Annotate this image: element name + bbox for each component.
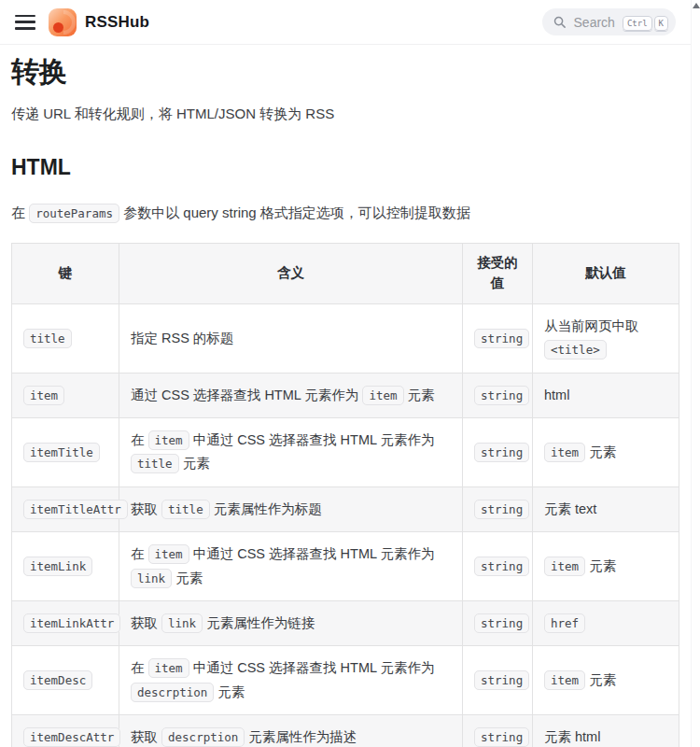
param-key-cell: itemLinkAttr [12,600,119,645]
inline-code: title [161,500,210,519]
table-row: itemDescAttr获取 descrption 元素属性作为描述string… [12,715,679,747]
table-row: item通过 CSS 选择器查找 HTML 元素作为 item 元素string… [12,373,679,417]
section-intro: 在 routeParams 参数中以 query string 格式指定选项，可… [11,202,679,224]
scroll-up-icon[interactable] [693,3,700,8]
table-row: title指定 RSS 的标题string从当前网页中取 <title> [12,303,679,373]
param-default-cell: href [533,600,679,645]
inline-code: link [131,569,172,588]
scrollbar[interactable] [691,0,700,747]
param-meaning-cell: 获取 link 元素属性作为链接 [119,600,463,645]
inline-code: string [474,443,529,462]
param-key-cell: itemTitleAttr [12,486,119,531]
menu-icon[interactable] [15,15,35,30]
param-meaning-cell: 在 item 中通过 CSS 选择器查找 HTML 元素作为 link 元素 [119,532,463,601]
inline-code: item [544,670,585,690]
param-meaning-cell: 通过 CSS 选择器查找 HTML 元素作为 item 元素 [119,373,463,417]
param-type-cell: string [463,486,533,531]
inline-code: item [23,386,64,405]
inline-code: <title> [544,340,607,359]
inline-code: itemDesc [23,670,92,690]
inline-code: item [544,443,585,462]
param-key-cell: itemDescAttr [12,715,119,747]
param-type-cell: string [463,418,533,487]
inline-code: itemDescAttr [23,727,120,747]
brand-home-link[interactable]: RSSHub [49,8,149,36]
inline-code: string [474,727,529,747]
table-header-row: 键 含义 接受的值 默认值 [12,244,679,304]
param-meaning-cell: 在 item 中通过 CSS 选择器查找 HTML 元素作为 descrptio… [119,646,463,715]
doc-content: 转换 传递 URL 和转化规则，将 HTML/JSON 转换为 RSS HTML… [0,45,700,747]
inline-code: item [148,544,189,564]
param-default-cell: 元素 text [533,486,679,531]
inline-code: title [23,329,72,348]
search-placeholder: Search [574,15,615,30]
param-type-cell: string [463,373,533,417]
table-row: itemLinkAttr获取 link 元素属性作为链接stringhref [12,600,679,645]
inline-code: string [474,670,529,690]
params-table: 键 含义 接受的值 默认值 title指定 RSS 的标题string从当前网页… [11,243,679,747]
param-default-cell: item 元素 [533,532,679,601]
param-type-cell: string [463,646,533,715]
inline-code: itemTitle [23,443,100,462]
page-subtitle: 传递 URL 和转化规则，将 HTML/JSON 转换为 RSS [11,106,679,123]
inline-code: itemLink [23,557,92,576]
inline-code: item [362,386,403,405]
param-meaning-cell: 指定 RSS 的标题 [119,303,463,373]
param-key-cell: title [12,303,119,373]
rsshub-logo-icon [49,8,77,36]
param-key-cell: item [12,373,119,417]
inline-code: href [544,613,585,633]
param-key-cell: itemDesc [12,646,119,715]
param-type-cell: string [463,715,533,747]
section-heading-html: HTML [11,154,679,182]
column-header-default: 默认值 [533,244,679,304]
inline-code: descrption [161,727,245,747]
top-nav: RSSHub Search CtrlK [0,0,700,45]
kbd-ctrl: Ctrl [623,16,652,31]
param-key-cell: itemTitle [12,418,119,487]
inline-code: string [474,613,529,633]
table-row: itemTitleAttr获取 title 元素属性作为标题string元素 t… [12,486,679,531]
param-default-cell: item 元素 [533,646,679,715]
search-button[interactable]: Search CtrlK [542,8,676,35]
param-type-cell: string [463,303,533,373]
inline-code: string [474,500,529,519]
inline-code: routeParams [29,204,119,223]
brand-name: RSSHub [85,13,149,32]
table-row: itemLink在 item 中通过 CSS 选择器查找 HTML 元素作为 l… [12,532,679,601]
inline-code: itemTitleAttr [23,500,128,519]
param-meaning-cell: 获取 title 元素属性作为标题 [119,486,463,531]
column-header-meaning: 含义 [119,244,463,304]
inline-code: string [474,386,529,405]
inline-code: descrption [131,683,214,702]
page-title: 转换 [11,54,679,90]
table-row: itemTitle在 item 中通过 CSS 选择器查找 HTML 元素作为 … [12,418,679,487]
inline-code: link [161,613,203,633]
param-type-cell: string [463,600,533,645]
column-header-accepted: 接受的值 [463,244,533,304]
param-key-cell: itemLink [12,532,119,601]
param-type-cell: string [463,532,533,601]
param-default-cell: 从当前网页中取 <title> [533,303,679,373]
inline-code: item [544,557,585,576]
kbd-k: K [654,16,668,31]
param-default-cell: item 元素 [533,418,679,487]
inline-code: title [131,454,179,473]
column-header-key: 键 [12,244,119,304]
param-meaning-cell: 获取 descrption 元素属性作为描述 [119,715,463,747]
param-default-cell: html [533,373,679,417]
inline-code: string [474,329,529,348]
params-table-body: title指定 RSS 的标题string从当前网页中取 <title>item… [12,303,679,747]
inline-code: item [148,430,189,450]
inline-code: item [148,658,189,678]
inline-code: itemLinkAttr [23,613,120,633]
table-row: itemDesc在 item 中通过 CSS 选择器查找 HTML 元素作为 d… [12,646,679,715]
param-default-cell: 元素 html [533,715,679,747]
search-icon [553,15,567,29]
param-meaning-cell: 在 item 中通过 CSS 选择器查找 HTML 元素作为 title 元素 [119,418,463,487]
inline-code: string [474,557,529,576]
